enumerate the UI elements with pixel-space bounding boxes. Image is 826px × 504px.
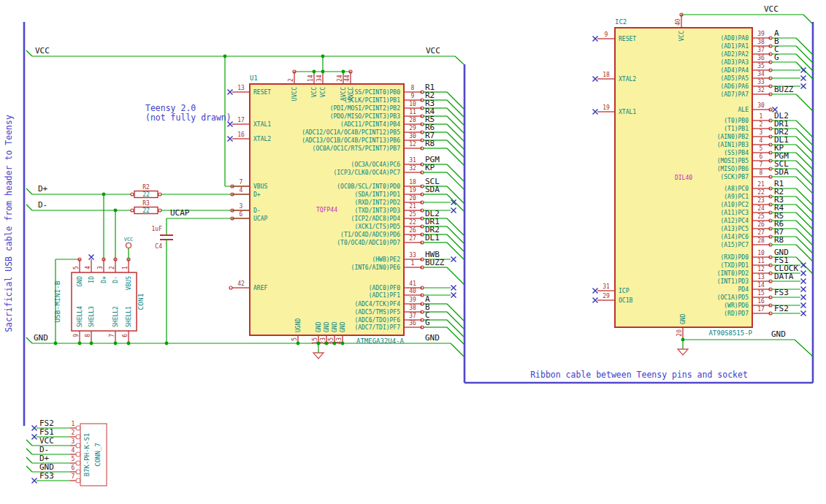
pin-number: 9: [73, 334, 80, 337]
pin-number: 27: [409, 235, 416, 242]
pin-name: D-: [112, 276, 119, 283]
pin-number: 38: [409, 305, 416, 311]
pin-number: 40: [675, 18, 681, 26]
pin-end-circle: [131, 193, 134, 196]
pin-number: 2: [288, 78, 294, 82]
net-label: R8: [774, 235, 784, 245]
pin-name: RESET: [253, 89, 271, 96]
pin-number: 5: [760, 145, 763, 152]
pin-number: 4: [760, 137, 763, 144]
conn7-value: B7K-PH-K-S1: [83, 433, 91, 477]
pin-end-circle: [76, 461, 80, 465]
junction-dot: [114, 342, 118, 345]
pin-end-circle: [76, 452, 80, 457]
pin-name: (SS/PCINT0)PB0: [351, 89, 401, 96]
net-label: VCC: [426, 46, 440, 56]
net-label: KP: [425, 163, 435, 172]
pin-name: (TXD/INT3)PD3: [354, 207, 400, 214]
pin-number: 4: [72, 447, 75, 454]
pin-number: 1: [122, 266, 129, 270]
wire: [455, 56, 464, 64]
pin-number: 35: [757, 63, 765, 69]
wire: [26, 457, 32, 463]
wire: [796, 169, 813, 186]
pin-end-circle: [76, 443, 80, 448]
wire: [447, 148, 464, 165]
r2-value: 22: [142, 191, 150, 198]
junction-dot: [54, 342, 58, 345]
wire: [447, 234, 464, 251]
pin-number: 29: [409, 125, 416, 131]
net-label: G: [774, 53, 779, 62]
note-teensy-sub: (not fully drawn): [145, 112, 232, 123]
schematic-drawing: VCCVCCGNDGNDD+D-UCAPVCCGNDU1ATMEGA32U4-A…: [24, 4, 813, 486]
pin-name: (ADC0)PF0: [369, 285, 401, 291]
pin-number: 14: [757, 282, 765, 289]
wire: [447, 132, 464, 149]
ground-symbol: [313, 353, 324, 359]
pin-name: XTAL1: [619, 109, 636, 115]
pin-name: (ADC11/PCINT4)PB4: [340, 121, 400, 128]
junction-dot: [313, 70, 316, 74]
pin-name: (ADC13/OC1B/OC4B/PCINT13)PB6: [302, 137, 400, 144]
wire: [796, 205, 813, 221]
pin-number: 10: [757, 250, 765, 256]
pin-name: RESET: [619, 36, 636, 42]
net-label: UCAP: [170, 208, 190, 218]
pin-number: 39: [757, 31, 765, 37]
pin-name: D+: [101, 276, 107, 283]
pin-name: (OC0A/OC1C/RTS/PCINT7)PB7: [313, 145, 401, 152]
pin-number: 22: [409, 219, 416, 226]
wire: [796, 46, 813, 63]
pin-name: (INT6/AIN0)PE6: [351, 264, 401, 271]
pin-number: 21: [409, 203, 416, 210]
c4-value: 1uF: [152, 226, 163, 232]
pin-name: AVCC: [348, 87, 354, 101]
pin-number: 2: [72, 429, 75, 436]
note-sacrificial-cable: Sacrificial USB cable from header to Tee…: [4, 115, 14, 332]
net-label: SDA: [425, 185, 440, 194]
pin-name: ALE: [738, 107, 749, 113]
pin-number: 16: [237, 131, 245, 138]
ic2-reference: IC2: [615, 18, 627, 26]
pin-name: (ADC5/TMS)PF5: [354, 309, 400, 316]
junction-dot: [114, 209, 118, 213]
pin-number: 36: [409, 320, 416, 327]
pin-number: 28: [409, 117, 416, 123]
pin-number: 6: [240, 211, 243, 218]
u1-reference: U1: [250, 75, 258, 82]
net-label: GND: [771, 329, 786, 339]
pin-number: 9: [411, 93, 415, 99]
pin-name: (A9)PC1: [724, 194, 749, 200]
pin-number: 4: [240, 187, 243, 194]
pin-number: 7: [72, 473, 75, 480]
pin-name: SHELL3: [88, 306, 95, 327]
pin-name: (INT0)PD2: [717, 270, 749, 277]
wire: [796, 161, 813, 177]
pin-name: (XCK1/CTS)PD5: [354, 224, 400, 230]
pin-end-circle: [76, 478, 80, 483]
pin-number: 31: [603, 283, 610, 290]
wire: [26, 205, 32, 210]
wire: [796, 94, 813, 111]
pin-number: 17: [237, 117, 245, 123]
pin-name: GND: [77, 276, 83, 287]
pin-name: AVCC: [340, 87, 347, 101]
wire: [447, 304, 464, 321]
pin-name: OC1B: [619, 297, 632, 304]
pin-number: 8: [85, 334, 91, 337]
wire: [447, 172, 464, 189]
pin-name: (A14)PC6: [720, 234, 749, 240]
wire: [796, 145, 813, 161]
pin-name: (SS)PB4: [724, 150, 749, 156]
junction-dot: [90, 342, 93, 345]
pin-name: ICP: [619, 288, 630, 294]
pin-name: (PDI/MOSI/PCINT2)PB2: [330, 105, 401, 112]
power-flag-circle: [126, 243, 131, 248]
pin-name: (ADC6/TDO)PF6: [354, 317, 400, 324]
pin-number: 7: [240, 179, 243, 186]
wire: [447, 320, 464, 337]
pin-end-circle: [158, 209, 161, 212]
pin-number: 12: [757, 266, 765, 272]
pin-number: 41: [409, 280, 416, 287]
